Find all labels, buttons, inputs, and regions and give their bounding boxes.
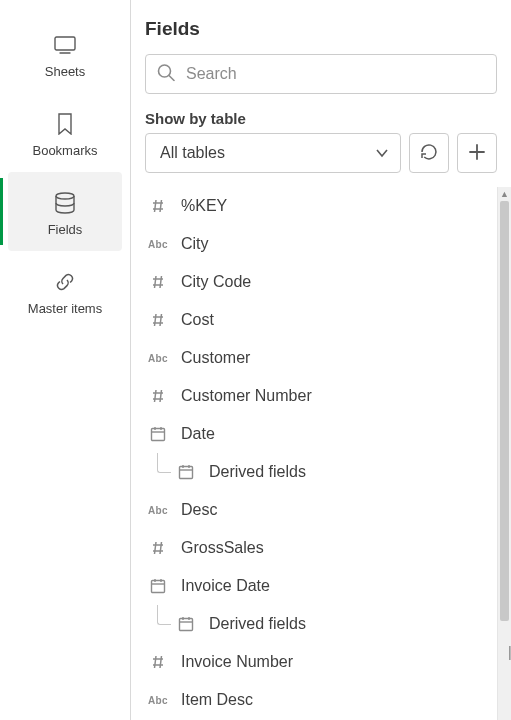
- scrollbar-thumb[interactable]: [500, 201, 509, 621]
- field-row[interactable]: Derived fields: [145, 605, 493, 643]
- sidebar: Sheets Bookmarks Fields Master items: [0, 0, 131, 720]
- field-label: Desc: [181, 501, 217, 519]
- search-input[interactable]: [145, 54, 497, 94]
- field-label: Customer: [181, 349, 250, 367]
- scrollbar[interactable]: ▲: [497, 187, 511, 720]
- table-select-value: All tables: [160, 144, 225, 162]
- link-icon: [54, 269, 76, 295]
- field-row[interactable]: AbcDesc: [145, 491, 493, 529]
- field-label: City Code: [181, 273, 251, 291]
- field-label: Invoice Number: [181, 653, 293, 671]
- date-type-icon: [173, 616, 199, 632]
- text-type-icon: Abc: [145, 505, 171, 516]
- main-panel: Fields Show by table All tables: [131, 0, 511, 720]
- field-row[interactable]: Cost: [145, 301, 493, 339]
- sidebar-item-fields[interactable]: Fields: [8, 172, 122, 251]
- refresh-icon: [419, 142, 439, 165]
- sidebar-item-label: Master items: [28, 301, 102, 316]
- field-label: Invoice Date: [181, 577, 270, 595]
- svg-rect-3: [152, 429, 165, 441]
- svg-rect-4: [180, 467, 193, 479]
- chevron-down-icon: [375, 145, 389, 161]
- sheets-icon: [54, 32, 76, 58]
- field-label: Date: [181, 425, 215, 443]
- num-type-icon: [145, 198, 171, 214]
- text-type-icon: Abc: [145, 353, 171, 364]
- field-row[interactable]: Derived fields: [145, 453, 493, 491]
- field-label: Derived fields: [209, 463, 306, 481]
- add-button[interactable]: [457, 133, 497, 173]
- num-type-icon: [145, 274, 171, 290]
- field-row[interactable]: %KEY: [145, 187, 493, 225]
- field-row[interactable]: AbcCity: [145, 225, 493, 263]
- svg-rect-6: [180, 619, 193, 631]
- field-label: Item Desc: [181, 691, 253, 709]
- field-row[interactable]: GrossSales: [145, 529, 493, 567]
- field-row[interactable]: AbcItem Desc: [145, 681, 493, 719]
- field-label: %KEY: [181, 197, 227, 215]
- field-label: GrossSales: [181, 539, 264, 557]
- database-icon: [54, 190, 76, 216]
- fields-list-wrap: %KEYAbcCityCity CodeCostAbcCustomerCusto…: [145, 187, 511, 720]
- tree-branch: [157, 453, 171, 473]
- num-type-icon: [145, 540, 171, 556]
- table-select-wrap: All tables: [145, 133, 401, 173]
- sidebar-item-label: Sheets: [45, 64, 85, 79]
- scroll-up-icon: ▲: [498, 187, 511, 201]
- num-type-icon: [145, 388, 171, 404]
- refresh-button[interactable]: [409, 133, 449, 173]
- field-label: Derived fields: [209, 615, 306, 633]
- field-row[interactable]: Date: [145, 415, 493, 453]
- toolbar-row: All tables: [145, 133, 497, 173]
- fields-list: %KEYAbcCityCity CodeCostAbcCustomerCusto…: [145, 187, 497, 720]
- date-type-icon: [145, 426, 171, 442]
- sidebar-item-label: Fields: [48, 222, 83, 237]
- field-row[interactable]: AbcCustomer: [145, 339, 493, 377]
- num-type-icon: [145, 312, 171, 328]
- field-label: Customer Number: [181, 387, 312, 405]
- plus-icon: [468, 143, 486, 164]
- svg-rect-0: [55, 37, 75, 50]
- table-select[interactable]: All tables: [145, 133, 401, 173]
- panel-title: Fields: [145, 18, 497, 40]
- search-icon: [157, 64, 175, 85]
- svg-point-1: [56, 193, 74, 199]
- field-row[interactable]: Invoice Number: [145, 643, 493, 681]
- field-row[interactable]: Invoice Date: [145, 567, 493, 605]
- date-type-icon: [173, 464, 199, 480]
- num-type-icon: [145, 654, 171, 670]
- search-wrap: [145, 54, 497, 94]
- sidebar-item-sheets[interactable]: Sheets: [0, 14, 130, 93]
- sidebar-item-master-items[interactable]: Master items: [0, 251, 130, 330]
- field-row[interactable]: Customer Number: [145, 377, 493, 415]
- text-type-icon: Abc: [145, 695, 171, 706]
- text-type-icon: Abc: [145, 239, 171, 250]
- field-label: Cost: [181, 311, 214, 329]
- field-row[interactable]: City Code: [145, 263, 493, 301]
- sidebar-item-bookmarks[interactable]: Bookmarks: [0, 93, 130, 172]
- bookmark-icon: [57, 111, 73, 137]
- date-type-icon: [145, 578, 171, 594]
- sidebar-item-label: Bookmarks: [32, 143, 97, 158]
- tree-branch: [157, 605, 171, 625]
- showby-label: Show by table: [145, 110, 497, 127]
- field-label: City: [181, 235, 209, 253]
- svg-rect-5: [152, 581, 165, 593]
